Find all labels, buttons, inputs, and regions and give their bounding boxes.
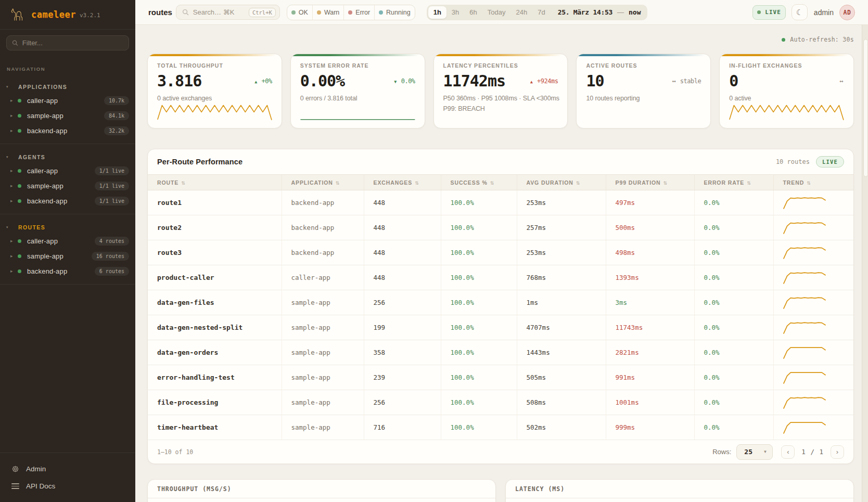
trend-sparkline [783,345,854,361]
nav-label: NAVIGATION [0,57,135,74]
column-header-avg-duration[interactable]: AVG DURATION⇅ [517,175,606,190]
search-icon [182,9,189,16]
page-title: routes [148,8,172,17]
dark-mode-toggle[interactable]: ☾ [792,4,808,20]
status-filter-ok[interactable]: OK [287,5,313,20]
column-header-route[interactable]: ROUTE⇅ [148,175,282,190]
prev-page-button[interactable]: ‹ [781,445,795,459]
section-header-routes[interactable]: ▾ROUTES [0,221,135,234]
table-row-route2[interactable]: route2backend-app448100.0%257ms500ms0.0% [148,215,853,240]
status-filter-running[interactable]: Running [375,5,415,20]
kpi-card-active-routes: ACTIVE ROUTES10↔ stable10 routes reporti… [576,54,711,128]
table-row-route3[interactable]: route3backend-app448100.0%253ms498ms0.0% [148,240,853,265]
column-header-label: SUCCESS % [451,179,488,186]
cell-success: 100.0% [441,365,517,390]
table-row-data-gen-nested-split[interactable]: data-gen-nested-splitsample-app199100.0%… [148,315,853,340]
sort-icon: ⇅ [663,181,668,186]
next-page-button[interactable]: › [831,445,844,459]
global-search[interactable]: Search… ⌘K Ctrl+K [176,5,280,20]
sidebar-item-api-docs[interactable]: API Docs [0,478,135,495]
time-tab-1h[interactable]: 1h [428,6,446,19]
time-tab-today[interactable]: Today [482,6,511,19]
section-header-applications[interactable]: ▾APPLICATIONS [0,81,135,93]
autorefresh-status: Auto-refresh: 30s [147,34,854,45]
sidebar-item-admin[interactable]: Admin [0,460,135,478]
filter-box[interactable] [6,35,129,50]
kpi-delta: ↔ [839,78,844,85]
trend-sparkline [783,270,854,286]
sidebar-footer: Admin API Docs [0,453,135,502]
column-header-exchanges[interactable]: EXCHANGES⇅ [364,175,441,190]
item-badge: 84.1k [104,111,129,120]
sidebar-item-caller-app[interactable]: ▸caller-app10.7k [0,93,135,108]
cell-route: product-caller [148,265,282,290]
avatar[interactable]: AD [839,5,855,20]
column-header-trend[interactable]: TREND⇅ [773,175,853,190]
cell-route: data-gen-orders [148,340,282,365]
time-tab-6h[interactable]: 6h [464,6,482,19]
cell-application: sample-app [282,315,364,340]
content: Auto-refresh: 30s TOTAL THROUGHPUT3.816▲… [135,25,868,502]
rows-per-page-value: 25 [744,448,763,456]
column-header-error-rate[interactable]: ERROR RATE⇅ [694,175,773,190]
section-title: ROUTES [18,224,45,230]
kpi-subtext: 10 routes reporting [586,94,701,104]
cell-avg-duration: 768ms [517,265,606,290]
status-filter-warn[interactable]: Warn [313,5,344,20]
cell-exchanges: 256 [364,390,441,415]
table-footer: 1–10 of 10 Rows: 25 ▼ ‹ 1 / 1 › [148,440,853,464]
table-row-error-handling-test[interactable]: error-handling-testsample-app239100.0%50… [148,365,853,390]
sidebar-item-admin-label: Admin [26,465,46,473]
time-tab-7d[interactable]: 7d [532,6,550,19]
item-badge: 1/1 live [95,182,129,190]
section-header-agents[interactable]: ▾AGENTS [0,151,135,163]
status-dot [18,129,21,133]
kpi-value: 0 [729,73,738,89]
filter-input[interactable] [22,39,123,47]
delta-value: +924ms [533,78,558,85]
table-row-product-caller[interactable]: product-callercaller-app448100.0%768ms13… [148,265,853,290]
column-header-application[interactable]: APPLICATION⇅ [282,175,364,190]
rows-per-page-select[interactable]: 25 ▼ [736,444,773,460]
sidebar-item-sample-app[interactable]: ▸sample-app1/1 live [0,178,135,194]
column-header-success-[interactable]: SUCCESS %⇅ [441,175,517,190]
live-button[interactable]: LIVE [752,5,786,20]
table-row-route1[interactable]: route1backend-app448100.0%253ms497ms0.0% [148,190,853,215]
item-name: sample-app [27,182,95,190]
delta-direction-icon: ↔ [839,78,843,85]
table-row-data-gen-files[interactable]: data-gen-filessample-app256100.0%1ms3ms0… [148,290,853,315]
pagination-range: 1–10 of 10 [157,448,193,456]
cell-avg-duration: 1ms [517,290,606,315]
time-tab-24h[interactable]: 24h [510,6,532,19]
cell-application: sample-app [282,415,364,440]
sidebar-item-backend-app[interactable]: ▸backend-app6 routes [0,264,135,279]
sidebar-item-sample-app[interactable]: ▸sample-app16 routes [0,249,135,264]
cell-error-rate: 0.0% [694,415,773,440]
cell-p99-duration: 1393ms [606,265,694,290]
table-row-timer-heartbeat[interactable]: timer-heartbeatsample-app716100.0%502ms9… [148,415,853,440]
sort-icon: ⇅ [490,181,494,186]
sidebar-item-caller-app[interactable]: ▸caller-app4 routes [0,234,135,249]
scrollbar-thumb[interactable] [863,39,868,177]
sidebar-item-backend-app[interactable]: ▸backend-app32.2k [0,123,135,138]
status-filter-label: OK [299,9,308,16]
delta-direction-icon: ↔ [672,78,675,85]
nav-section-routes: ▾ROUTES▸caller-app4 routes▸sample-app16 … [0,214,135,285]
cell-application: backend-app [282,190,364,215]
table-row-data-gen-orders[interactable]: data-gen-orderssample-app358100.0%1443ms… [148,340,853,365]
status-dot [18,99,21,102]
cell-trend [773,415,853,440]
table-row-file-processing[interactable]: file-processingsample-app256100.0%508ms1… [148,390,853,415]
column-header-label: P99 DURATION [616,179,661,186]
status-filter-error[interactable]: Error [344,5,375,20]
sidebar-item-sample-app[interactable]: ▸sample-app84.1k [0,108,135,123]
table-header-row: ROUTE⇅APPLICATION⇅EXCHANGES⇅SUCCESS %⇅AV… [148,175,853,190]
scrollbar-track[interactable] [862,25,868,502]
column-header-p99-duration[interactable]: P99 DURATION⇅ [606,175,694,190]
sidebar-item-backend-app[interactable]: ▸backend-app1/1 live [0,194,135,209]
sidebar-item-caller-app[interactable]: ▸caller-app1/1 live [0,163,135,178]
cell-p99-duration: 1001ms [606,390,694,415]
cell-application: sample-app [282,365,364,390]
time-tab-3h[interactable]: 3h [446,6,464,19]
time-range-display: 25. März 14:53 — now [558,8,641,16]
